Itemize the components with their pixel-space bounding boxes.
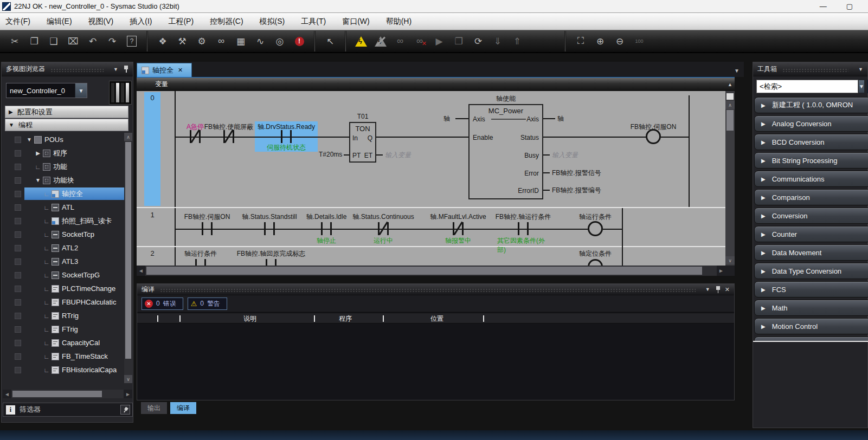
search-input[interactable] bbox=[756, 80, 858, 93]
menu-controller[interactable]: 控制器(C) bbox=[210, 17, 243, 27]
tree-item-sockettcp[interactable]: ∟SocketTcp bbox=[3, 228, 124, 241]
chevron-down-icon[interactable]: ▼ bbox=[705, 287, 710, 292]
timer-instance[interactable]: T01 bbox=[357, 113, 369, 120]
watch-pulse-icon[interactable]: ∿ bbox=[252, 33, 268, 49]
watch-icon[interactable]: ∞ bbox=[213, 33, 229, 49]
stop-monitor-icon[interactable]: ∞✕ bbox=[412, 33, 428, 49]
category-new-project[interactable]: ▶新建工程 ( 1.0.0, OMRON bbox=[754, 97, 868, 113]
pointer-tool-icon[interactable]: ↖ bbox=[322, 33, 338, 49]
undo-icon[interactable]: ↶ bbox=[85, 33, 101, 49]
ladder-horizontal-scrollbar[interactable]: ◄ ► bbox=[137, 266, 735, 276]
tree-item-atl2[interactable]: ∟ATL2 bbox=[3, 241, 124, 255]
menu-view[interactable]: 视图(V) bbox=[88, 17, 114, 27]
contact-label[interactable]: FB轴控.伺服ON bbox=[184, 212, 230, 222]
minimize-button[interactable]: — bbox=[820, 2, 827, 10]
coil-label[interactable]: 轴定位条件 bbox=[579, 249, 612, 258]
contact-label[interactable]: 轴.Status.Standstill bbox=[242, 212, 297, 222]
axis-output[interactable]: 轴 bbox=[557, 114, 564, 124]
go-offline-icon[interactable]: ϟ bbox=[372, 33, 389, 49]
delete-icon[interactable]: ⌧ bbox=[65, 33, 81, 49]
rung1-number[interactable]: 1 bbox=[144, 211, 160, 219]
search-dropdown-icon[interactable]: ▼ bbox=[858, 80, 865, 93]
scroll-left-button[interactable]: ◄ bbox=[3, 390, 11, 398]
scroll-up-button[interactable]: ∧ bbox=[124, 133, 132, 141]
et-value[interactable]: 输入变量 bbox=[385, 151, 411, 160]
column-description[interactable]: 说明 bbox=[243, 314, 256, 323]
category-counter[interactable]: ▶Counter bbox=[754, 226, 868, 242]
category-motion-control[interactable]: ▶Motion Control bbox=[754, 318, 868, 334]
contact-label[interactable]: 轴.Details.Idle bbox=[306, 212, 347, 222]
menu-project[interactable]: 工程(P) bbox=[168, 17, 194, 27]
pt-value[interactable]: T#20ms bbox=[319, 151, 342, 158]
menu-simulation[interactable]: 模拟(S) bbox=[260, 17, 285, 27]
no-contact[interactable] bbox=[275, 130, 297, 143]
category-data-movement[interactable]: ▶Data Movement bbox=[754, 244, 868, 261]
cut-icon[interactable]: ✂ bbox=[7, 33, 23, 49]
scroll-up-button[interactable]: ∧ bbox=[725, 101, 735, 109]
section-programming[interactable]: ▼ 编程 bbox=[5, 119, 128, 131]
nc-contact[interactable] bbox=[218, 130, 240, 143]
contact-label[interactable]: 轴.Status.Continuous bbox=[352, 212, 414, 222]
tab-output[interactable]: 输出 bbox=[141, 402, 167, 414]
scroll-down-button[interactable]: ∨ bbox=[725, 256, 735, 264]
chevron-down-icon[interactable]: ▼ bbox=[113, 67, 118, 72]
error-value[interactable]: FB轴控.报警信号 bbox=[552, 169, 601, 178]
ladder-vertical-scrollbar[interactable]: ∧ ∨ bbox=[725, 91, 735, 266]
tri-down-icon[interactable]: ▼ bbox=[25, 137, 33, 143]
no-contact[interactable] bbox=[259, 222, 280, 235]
zoom-in-icon[interactable]: ⊕ bbox=[592, 33, 608, 49]
tab-build[interactable]: 编译 bbox=[170, 402, 196, 414]
watch-table-icon[interactable]: ▦ bbox=[233, 33, 249, 49]
category-analog-conversion[interactable]: ▶Analog Conversion bbox=[754, 115, 868, 132]
no-contact[interactable] bbox=[196, 222, 218, 235]
menu-insert[interactable]: 插入(I) bbox=[130, 17, 152, 27]
zoom-fit-icon[interactable]: ⛶ bbox=[573, 33, 589, 49]
tree-item-pous[interactable]: ▼POUs bbox=[3, 133, 124, 146]
build-results-area[interactable] bbox=[137, 324, 734, 400]
coil-label[interactable]: 轴运行条件 bbox=[579, 212, 612, 222]
tree-item-sockettcpg[interactable]: ∟SocketTcpG bbox=[3, 268, 124, 282]
errorid-value[interactable]: FB轴控.报警编号 bbox=[552, 186, 601, 195]
monitor-icon[interactable]: ∞ bbox=[392, 33, 408, 49]
controller-select[interactable]: new_Controller_0 ▼ bbox=[6, 83, 87, 98]
ladder-editor[interactable]: 0 1 2 A急停 FB轴控.使能屏蔽 轴.DrvStatus.Ready 伺服… bbox=[137, 91, 735, 266]
category-bit-string[interactable]: ▶Bit String Processing bbox=[754, 152, 868, 169]
scroll-right-button[interactable]: ► bbox=[717, 266, 725, 276]
zoom-out-icon[interactable]: ⊖ bbox=[612, 33, 628, 49]
panel-resize-line[interactable] bbox=[753, 341, 868, 342]
close-icon[interactable]: ✕ bbox=[725, 286, 730, 293]
menu-help[interactable]: 帮助(H) bbox=[386, 17, 412, 27]
category-communications[interactable]: ▶Communications bbox=[754, 171, 868, 187]
window-layout-icon[interactable]: ❖ bbox=[155, 33, 171, 49]
category-other[interactable]: ▶Other bbox=[754, 337, 868, 341]
copy-icon[interactable]: ❐ bbox=[26, 33, 42, 49]
help-icon[interactable]: ? bbox=[124, 33, 140, 49]
busy-value[interactable]: 输入变量 bbox=[552, 151, 578, 160]
tree-item-ftrig[interactable]: ∟FTrig bbox=[3, 322, 124, 336]
nc-contact[interactable] bbox=[447, 222, 469, 235]
category-comparison[interactable]: ▶Comparison bbox=[754, 189, 868, 205]
tree-item-camera-scan[interactable]: ∟拍照_扫码_读卡 bbox=[3, 214, 124, 228]
tri-down-icon[interactable]: ▼ bbox=[34, 177, 42, 183]
menu-edit[interactable]: 编辑(E) bbox=[47, 17, 72, 27]
go-online-icon[interactable]: ϟ bbox=[353, 33, 369, 49]
no-contact[interactable] bbox=[260, 259, 282, 266]
filter-bar[interactable]: i 筛选器 bbox=[3, 403, 133, 417]
tree-item-functions[interactable]: ∟功能 bbox=[3, 160, 124, 173]
scroll-left-button[interactable]: ◄ bbox=[137, 266, 145, 276]
tree-item-atl3[interactable]: ∟ATL3 bbox=[3, 255, 124, 268]
maximize-button[interactable]: ▢ bbox=[846, 2, 853, 10]
tree-item-programs[interactable]: ▶程序 bbox=[3, 146, 124, 160]
category-conversion[interactable]: ▶Conversion bbox=[754, 208, 868, 224]
tree-item-capacitycal[interactable]: ∟CapacityCal bbox=[3, 336, 124, 350]
contact-label[interactable]: FB轴控.轴回原完成标志 bbox=[237, 249, 306, 258]
pin-icon[interactable] bbox=[124, 66, 128, 73]
tree-item-fb-timestack[interactable]: ∟FB_TimeStack bbox=[3, 350, 124, 363]
zoom-100-icon[interactable]: 100 bbox=[631, 33, 647, 49]
column-location[interactable]: 位置 bbox=[430, 314, 443, 323]
pin-icon[interactable] bbox=[716, 286, 721, 293]
category-data-type-conversion[interactable]: ▶Data Type Conversion bbox=[754, 263, 868, 279]
contact-label[interactable]: 轴运行条件 bbox=[184, 249, 217, 258]
chevron-down-icon[interactable]: ▼ bbox=[858, 67, 863, 72]
no-contact[interactable] bbox=[316, 222, 337, 235]
